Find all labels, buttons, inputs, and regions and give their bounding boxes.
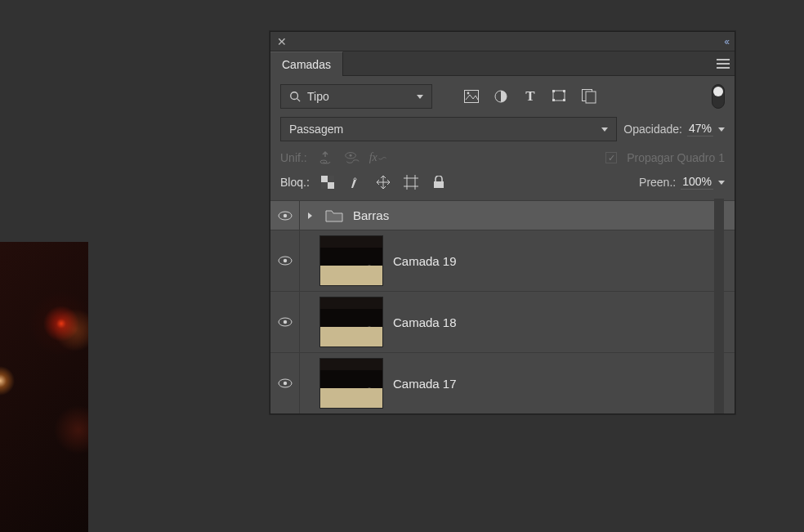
lock-all-icon[interactable] [431,174,447,190]
visibility-toggle[interactable] [270,292,300,352]
shape-icon[interactable] [552,88,568,105]
blend-mode-value: Passagem [289,123,343,136]
unify-position-icon[interactable] [317,150,333,166]
opacity-value[interactable]: 47% [687,122,713,136]
svg-line-1 [297,99,301,102]
eye-icon [278,378,293,388]
lock-artboard-icon[interactable] [403,174,419,190]
eye-icon [278,317,293,327]
filter-toggle[interactable] [712,84,725,109]
layer-row[interactable]: Camada 18 [270,291,735,352]
svg-rect-16 [328,182,334,189]
filter-label: Tipo [307,90,329,103]
lock-transparency-icon[interactable] [319,174,336,190]
layer-name[interactable]: Camada 17 [393,377,457,391]
lock-label: Bloq.: [280,176,310,189]
panel-titlebar[interactable]: ✕ ‹‹ [270,32,735,51]
lock-pixels-icon[interactable] [347,174,364,190]
chevron-down-icon [601,127,608,132]
folder-icon [325,209,343,222]
svg-rect-8 [552,99,555,101]
propagate-label: Propagar Quadro 1 [627,151,725,164]
svg-rect-7 [563,90,565,92]
svg-point-3 [467,92,470,95]
panel-tab-strip: Camadas [270,51,735,76]
chevron-right-icon[interactable] [308,212,312,219]
opacity-control[interactable]: Opacidade: 47% [623,122,725,136]
unify-label: Unif.: [280,151,307,164]
layer-filter-dropdown[interactable]: Tipo [280,84,432,109]
lock-row: Bloq.: Preen.: [280,174,725,190]
layer-row[interactable]: Camada 17 [270,352,735,414]
layer-thumbnail[interactable] [319,358,383,409]
chevron-down-icon [417,95,423,99]
fill-value[interactable]: 100% [681,175,713,190]
layer-name[interactable]: Camada 18 [393,315,457,329]
tab-label: Camadas [282,58,331,71]
propagate-checkbox[interactable]: ✓ [605,152,617,163]
svg-rect-11 [586,92,596,103]
svg-rect-5 [553,91,565,101]
chevron-down-icon[interactable] [718,181,725,185]
fill-control[interactable]: Preen.: 100% [639,175,725,190]
svg-rect-6 [552,90,555,92]
eye-icon [278,211,293,221]
svg-point-29 [283,320,286,324]
image-icon[interactable] [463,88,480,105]
layer-row[interactable]: Camada 19 [270,230,735,291]
visibility-toggle[interactable] [270,201,300,230]
lock-position-icon[interactable] [375,174,391,190]
svg-rect-9 [563,99,565,101]
layers-list: Barras Camada 19 [270,200,735,414]
chevron-down-icon[interactable] [718,127,725,132]
document-canvas-preview [0,242,88,532]
fill-label: Preen.: [639,176,676,189]
filter-row: Tipo T [280,84,725,109]
unify-style-icon[interactable]: fx [369,150,387,166]
layer-name[interactable]: Camada 19 [393,254,457,268]
collapse-panel-icon[interactable]: ‹‹ [724,35,728,47]
blend-opacity-row: Passagem Opacidade: 47% [280,117,725,141]
blend-mode-dropdown[interactable]: Passagem [280,117,617,141]
close-icon[interactable]: ✕ [277,35,287,48]
layer-thumbnail[interactable] [319,235,383,286]
panel-menu-icon[interactable] [712,51,735,76]
eye-icon [278,256,293,266]
unify-visibility-icon[interactable] [343,150,360,166]
svg-point-0 [291,92,298,100]
adjustment-icon[interactable] [493,88,509,105]
svg-point-13 [349,154,351,157]
layer-group-row[interactable]: Barras [270,200,735,230]
layers-panel: ✕ ‹‹ Camadas Tipo [270,31,735,414]
opacity-label: Opacidade: [623,123,682,136]
layer-name[interactable]: Barras [353,208,389,222]
type-icon[interactable]: T [522,88,538,105]
svg-rect-15 [321,176,328,182]
visibility-toggle[interactable] [270,230,300,291]
smartobject-icon[interactable] [581,88,597,105]
unify-row: Unif.: fx ✓ Propagar Quadro 1 [280,150,725,166]
svg-rect-23 [434,181,444,188]
svg-point-25 [283,213,286,217]
search-icon [289,91,301,102]
visibility-toggle[interactable] [270,353,300,414]
svg-point-27 [283,259,286,262]
layers-scrollbar[interactable] [714,199,724,414]
svg-point-31 [283,382,286,385]
tab-layers[interactable]: Camadas [270,51,343,76]
layer-thumbnail[interactable] [319,297,383,347]
